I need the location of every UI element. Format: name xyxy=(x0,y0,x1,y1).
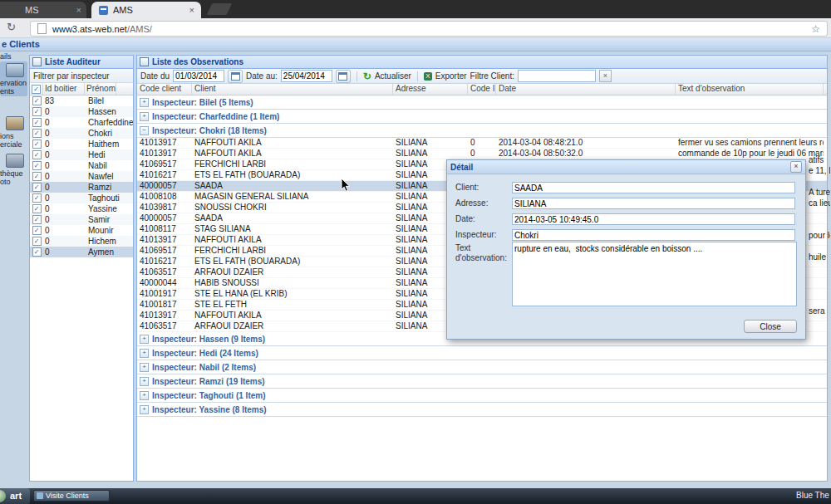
observation-textarea[interactable]: rupture en eau, stocks considérable en b… xyxy=(512,242,797,306)
adresse-input[interactable] xyxy=(512,198,795,209)
cell-client: STAG SILIANA xyxy=(192,224,393,234)
inspecteur-input[interactable] xyxy=(512,229,795,241)
checkbox-cell[interactable]: ✓ xyxy=(30,247,43,257)
tab-close-icon[interactable]: × xyxy=(189,5,194,15)
group-row[interactable]: +Inspecteur: Ramzi (19 Items) xyxy=(137,374,827,389)
checkbox-cell[interactable]: ✓ xyxy=(30,193,43,203)
expand-icon[interactable]: + xyxy=(140,98,149,107)
column-header[interactable]: Date xyxy=(496,84,676,95)
auditor-row[interactable]: ✓0Taghouti xyxy=(30,193,133,203)
checkbox-cell[interactable]: ✓ xyxy=(30,204,43,213)
column-header[interactable]: Code client xyxy=(137,84,192,95)
checkbox-cell[interactable]: ✓ xyxy=(30,172,43,181)
group-row[interactable]: +Inspecteur: Taghouti (1 Item) xyxy=(137,389,827,403)
observation-row[interactable]: 41013917NAFFOUTI AKILASILIANA02014-03-04… xyxy=(137,149,827,159)
browser-tab-inactive[interactable]: MS × xyxy=(0,2,86,18)
panel-title: Liste des Observations xyxy=(152,57,243,66)
filter-client-input[interactable] xyxy=(518,70,596,82)
cell-id: 0 xyxy=(43,129,86,138)
column-header[interactable]: Client xyxy=(192,84,393,95)
theme-selector[interactable]: Blue The xyxy=(796,491,829,500)
desktop-shortcut[interactable]: ionserciale xyxy=(0,115,27,149)
auditor-row[interactable]: ✓83Bilel xyxy=(30,95,133,106)
reload-icon[interactable]: ↻ xyxy=(7,21,16,33)
group-row[interactable]: +Inspecteur: Hedi (24 Items) xyxy=(137,346,827,360)
taskbar-task-visite-clients[interactable]: Visite Clients xyxy=(33,490,110,502)
group-row[interactable]: +Inspecteur: Yassine (8 Items) xyxy=(137,403,827,417)
calendar-icon[interactable] xyxy=(336,70,351,83)
checkbox-icon: ✓ xyxy=(32,204,42,213)
checkbox-cell[interactable]: ✓ xyxy=(30,237,43,246)
export-icon[interactable]: X xyxy=(424,72,432,81)
clear-filter-icon[interactable]: × xyxy=(599,70,612,82)
auditor-row[interactable]: ✓0Chokri xyxy=(30,128,133,139)
checkbox-cell[interactable]: ✓ xyxy=(30,226,43,235)
auditor-row[interactable]: ✓0Nawfel xyxy=(30,171,133,182)
auditor-row[interactable]: ✓0Yassine xyxy=(30,203,133,214)
auditor-row[interactable]: ✓0Aymen xyxy=(30,247,133,257)
checkbox-cell[interactable]: ✓ xyxy=(30,150,43,159)
cell-name: Ramzi xyxy=(86,183,133,192)
auditor-row[interactable]: ✓0Mounir xyxy=(30,225,133,236)
checkbox-cell[interactable]: ✓ xyxy=(30,161,43,170)
client-input[interactable] xyxy=(512,182,795,193)
refresh-icon[interactable]: ↻ xyxy=(363,71,371,81)
date-to-input[interactable] xyxy=(281,70,332,82)
calendar-icon[interactable] xyxy=(228,70,243,83)
new-tab-button[interactable] xyxy=(207,3,233,15)
refresh-button[interactable]: Actualiser xyxy=(375,71,411,81)
expand-icon[interactable]: − xyxy=(140,126,149,135)
group-row[interactable]: +Inspecteur: Charfeddine (1 Item) xyxy=(137,110,827,124)
expand-icon[interactable]: + xyxy=(140,363,149,372)
select-all-checkbox[interactable]: ✓ xyxy=(30,83,43,95)
date-input[interactable] xyxy=(512,213,795,225)
auditor-row[interactable]: ✓0Nabil xyxy=(30,160,133,171)
column-header[interactable]: Text d'observation xyxy=(676,84,824,95)
expand-icon[interactable]: + xyxy=(140,335,149,344)
group-row[interactable]: +Inspecteur: Nabil (2 Items) xyxy=(137,360,827,374)
desktop-shortcut[interactable]: thèqueoto xyxy=(0,152,27,187)
close-button[interactable]: Close xyxy=(744,320,797,333)
browser-tab-active[interactable]: AMS × xyxy=(91,2,201,18)
column-header[interactable]: Adresse xyxy=(393,84,468,95)
expand-icon[interactable]: + xyxy=(140,377,149,386)
checkbox-cell[interactable]: ✓ xyxy=(30,183,43,192)
expand-icon[interactable]: + xyxy=(140,391,149,400)
monitor-icon xyxy=(6,63,24,77)
checkbox-cell[interactable]: ✓ xyxy=(30,107,43,116)
auditor-row[interactable]: ✓0Ramzi xyxy=(30,182,133,193)
group-row[interactable]: +Inspecteur: Bilel (5 Items) xyxy=(137,95,827,110)
date-from-input[interactable] xyxy=(173,70,224,82)
checkbox-cell[interactable]: ✓ xyxy=(30,96,43,105)
checkbox-cell[interactable]: ✓ xyxy=(30,118,43,127)
auditor-row[interactable]: ✓0Hedi xyxy=(30,149,133,160)
export-button[interactable]: Exporter xyxy=(435,71,467,81)
cell-code: 41039817 xyxy=(137,203,192,213)
dialog-titlebar[interactable]: Détail × xyxy=(447,160,805,174)
observation-row[interactable]: 41013917NAFFOUTI AKILASILIANA02014-03-04… xyxy=(137,138,827,149)
desktop-shortcut[interactable]: ails xyxy=(0,51,27,61)
column-header-prenom[interactable]: Prénom xyxy=(85,83,116,95)
checkbox-cell[interactable]: ✓ xyxy=(30,129,43,138)
group-row[interactable]: −Inspecteur: Chokri (18 Items) xyxy=(137,124,827,138)
column-header[interactable]: Code I... xyxy=(468,84,496,95)
checkbox-cell[interactable]: ✓ xyxy=(30,139,43,149)
auditor-row[interactable]: ✓0Hassen xyxy=(30,106,133,117)
auditor-row[interactable]: ✓0Samir xyxy=(30,214,133,225)
expand-icon[interactable]: + xyxy=(140,405,149,414)
desktop-shortcut[interactable]: ervationents xyxy=(0,61,27,96)
close-icon[interactable]: × xyxy=(790,161,802,173)
auditor-row[interactable]: ✓0Haithem xyxy=(30,139,133,149)
expand-icon[interactable]: + xyxy=(140,349,149,358)
url-input[interactable]: www3.ats-web.net /AMS/ ☆ xyxy=(30,21,828,37)
auditor-row[interactable]: ✓0Charfeddine xyxy=(30,117,133,128)
bookmark-star-icon[interactable]: ☆ xyxy=(811,23,820,35)
dialog-field-row: Client: xyxy=(455,182,795,193)
column-header-id[interactable]: Id boitier xyxy=(43,83,85,95)
group-label: Inspecteur: Chokri (18 Items) xyxy=(152,126,267,135)
tab-close-icon[interactable]: × xyxy=(76,5,81,15)
checkbox-cell[interactable]: ✓ xyxy=(30,215,43,224)
auditor-row[interactable]: ✓0Hichem xyxy=(30,236,133,247)
start-button[interactable]: art xyxy=(0,488,30,504)
expand-icon[interactable]: + xyxy=(140,112,149,121)
